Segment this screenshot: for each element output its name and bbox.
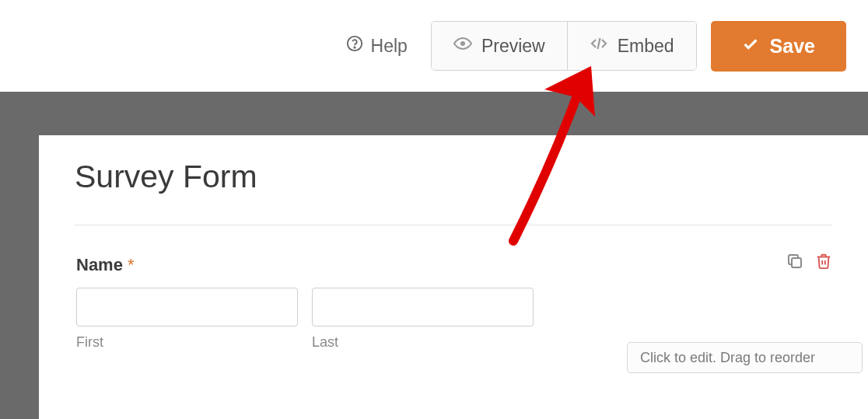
field-actions — [786, 252, 832, 274]
name-inputs-row: First Last — [76, 288, 831, 351]
delete-field-button[interactable] — [815, 252, 832, 274]
preview-label: Preview — [481, 36, 545, 57]
first-name-input[interactable] — [76, 288, 298, 326]
reorder-hint-tooltip: Click to edit. Drag to reorder — [627, 342, 863, 373]
eye-icon — [453, 34, 472, 58]
help-button[interactable]: Help — [346, 35, 408, 57]
name-field-block[interactable]: Name * — [75, 252, 832, 354]
save-label: Save — [770, 35, 815, 58]
editor-stage: Survey Form Name * — [0, 92, 868, 419]
svg-point-2 — [460, 41, 465, 46]
duplicate-field-button[interactable] — [786, 252, 804, 274]
preview-button[interactable]: Preview — [432, 22, 567, 70]
svg-rect-4 — [792, 258, 801, 267]
duplicate-icon — [786, 252, 804, 271]
help-icon — [346, 35, 363, 57]
top-toolbar: Help Preview Embed — [0, 0, 868, 92]
first-name-column: First — [76, 288, 298, 351]
check-icon — [742, 35, 759, 58]
preview-embed-group: Preview Embed — [431, 21, 697, 71]
embed-button[interactable]: Embed — [567, 22, 696, 70]
field-label-row: Name * — [76, 255, 831, 275]
required-indicator: * — [128, 255, 135, 275]
help-label: Help — [371, 36, 408, 57]
trash-icon — [815, 252, 832, 271]
form-title[interactable]: Survey Form — [75, 159, 832, 225]
last-name-sublabel: Last — [312, 334, 534, 351]
code-icon — [590, 34, 608, 58]
last-name-column: Last — [312, 288, 534, 351]
form-panel: Survey Form Name * — [39, 135, 868, 419]
save-button[interactable]: Save — [711, 21, 846, 72]
embed-label: Embed — [618, 36, 674, 57]
field-label: Name — [76, 255, 123, 275]
hint-text: Click to edit. Drag to reorder — [640, 350, 815, 366]
first-name-sublabel: First — [76, 334, 298, 351]
svg-point-1 — [354, 47, 355, 47]
svg-line-3 — [597, 38, 600, 49]
last-name-input[interactable] — [312, 288, 534, 326]
